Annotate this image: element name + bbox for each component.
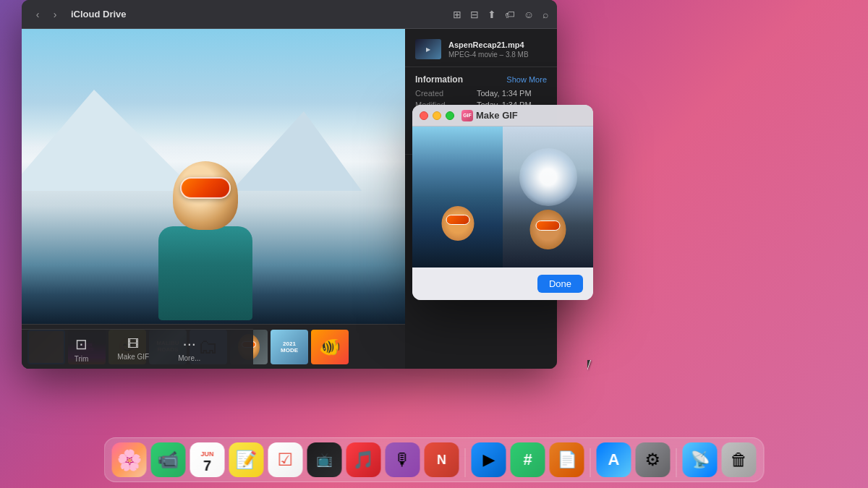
calendar-day: 7: [203, 458, 211, 474]
popup-title-text: Make GIF: [476, 110, 518, 121]
skier-figure: [126, 29, 285, 324]
gif-app-icon: GIF: [461, 110, 473, 121]
grid-icon[interactable]: ⊟: [470, 9, 479, 20]
file-name: AspenRecap21.mp4: [448, 40, 529, 49]
share-icon[interactable]: ⬆: [488, 9, 496, 20]
section-header: Information Show More: [415, 74, 547, 85]
gif-frame-2: [503, 127, 593, 267]
thumbnail-item[interactable]: 🐠: [311, 330, 349, 364]
popup-title: GIF Make GIF: [461, 110, 518, 121]
make-gif-popup: GIF Make GIF: [412, 105, 593, 300]
file-meta: AspenRecap21.mp4 MPEG-4 movie – 3.8 MB: [448, 40, 529, 59]
frame2-person: [528, 210, 568, 260]
gif-icon-label: GIF: [463, 113, 472, 118]
appletv-icon: 📺: [315, 450, 335, 470]
dock-separator-2: [590, 448, 591, 477]
skier-goggles: [180, 177, 231, 199]
dock-app-appletv[interactable]: 📺: [307, 442, 342, 477]
gif-frames: [412, 127, 593, 267]
forward-button[interactable]: ›: [48, 7, 62, 22]
section-title: Information: [415, 74, 463, 85]
tag-icon[interactable]: 🏷: [505, 9, 515, 20]
emoji-icon[interactable]: ☺: [524, 9, 534, 20]
minimize-button[interactable]: [433, 111, 441, 120]
frame2-goggles: [536, 221, 561, 231]
file-type-size: MPEG-4 movie – 3.8 MB: [448, 51, 529, 59]
dock-app-photos[interactable]: 🌸: [112, 442, 147, 477]
close-button[interactable]: [420, 111, 428, 120]
dock-app-keynote[interactable]: ▶: [472, 442, 506, 477]
dock-app-podcasts[interactable]: 🎙: [386, 442, 420, 477]
skier-head: [173, 161, 238, 230]
dock-app-pages[interactable]: 📄: [550, 442, 584, 477]
popup-footer: Done: [412, 267, 593, 300]
more-label: More...: [178, 354, 200, 362]
dock-app-music[interactable]: 🎵: [346, 442, 381, 477]
dock-app-numbers[interactable]: #: [511, 442, 545, 477]
trim-icon: ⊡: [75, 335, 88, 353]
more-button[interactable]: ··· More...: [178, 336, 200, 362]
info-row-created: Created Today, 1:34 PM: [415, 89, 547, 98]
dock-app-reminders[interactable]: ☑: [268, 442, 303, 477]
desktop: ‹ › iCloud Drive ⊞ ⊟ ⬆ 🏷 ☺ ⌕: [0, 0, 868, 488]
dock-app-trash[interactable]: 🗑: [722, 442, 757, 477]
file-area: 😊 MALIBUROADS 🗂 2021MODE 🐠 ⊡ Tr: [22, 29, 405, 369]
nav-buttons: ‹ ›: [30, 7, 62, 22]
frame1-head: [441, 206, 474, 241]
skier-body: [158, 226, 252, 320]
frame1-person: [438, 206, 477, 253]
dock-app-notes[interactable]: 📝: [229, 442, 264, 477]
gif-icon: 🎞: [127, 338, 139, 351]
dock: 🌸 📹 JUN 7 📝 ☑ 📺 🎵 🎙 N ▶ # 📄 A ⚙ 📡 🗑: [104, 437, 765, 482]
show-more-button[interactable]: Show More: [506, 75, 547, 84]
file-thumbnail: [415, 39, 441, 59]
svg-text:📺: 📺: [317, 452, 333, 468]
dock-separator: [465, 448, 466, 477]
window-title: iCloud Drive: [71, 9, 447, 20]
created-label: Created: [415, 89, 477, 98]
video-preview[interactable]: [22, 29, 405, 324]
gif-content: [412, 127, 593, 267]
dock-app-airdrop[interactable]: 📡: [683, 442, 718, 477]
frame2-head: [530, 210, 566, 249]
snow-splash: [519, 148, 577, 206]
view-toggle-icon[interactable]: ⊞: [453, 9, 461, 20]
toolbar-icons: ⊞ ⊟ ⬆ 🏷 ☺ ⌕: [453, 9, 548, 20]
back-button[interactable]: ‹: [30, 7, 45, 22]
thumbnail-item[interactable]: 2021MODE: [271, 330, 308, 364]
created-value: Today, 1:34 PM: [477, 89, 547, 98]
gif-label: Make GIF: [117, 353, 149, 361]
dock-app-facetime[interactable]: 📹: [151, 442, 186, 477]
dock-app-settings[interactable]: ⚙: [636, 442, 671, 477]
calendar-month: JUN: [193, 450, 222, 458]
search-icon[interactable]: ⌕: [542, 9, 548, 20]
fullscreen-button[interactable]: [446, 111, 454, 120]
frame1-goggles: [446, 215, 469, 225]
make-gif-button[interactable]: 🎞 Make GIF: [117, 338, 149, 361]
mouse-cursor: [587, 360, 596, 373]
gif-frame-1: [412, 127, 503, 267]
file-header: AspenRecap21.mp4 MPEG-4 movie – 3.8 MB: [405, 29, 557, 67]
action-toolbar: ⊡ Trim 🎞 Make GIF ··· More...: [22, 329, 253, 369]
more-icon: ···: [183, 336, 196, 352]
trim-button[interactable]: ⊡ Trim: [75, 335, 89, 363]
trim-label: Trim: [75, 355, 89, 363]
done-button[interactable]: Done: [537, 275, 583, 293]
dock-app-calendar[interactable]: JUN 7: [190, 442, 225, 477]
popup-titlebar: GIF Make GIF: [412, 105, 593, 127]
dock-app-news[interactable]: N: [425, 442, 459, 477]
finder-toolbar: ‹ › iCloud Drive ⊞ ⊟ ⬆ 🏷 ☺ ⌕: [22, 0, 557, 29]
dock-app-appstore[interactable]: A: [597, 442, 631, 477]
dock-separator-3: [676, 448, 677, 477]
